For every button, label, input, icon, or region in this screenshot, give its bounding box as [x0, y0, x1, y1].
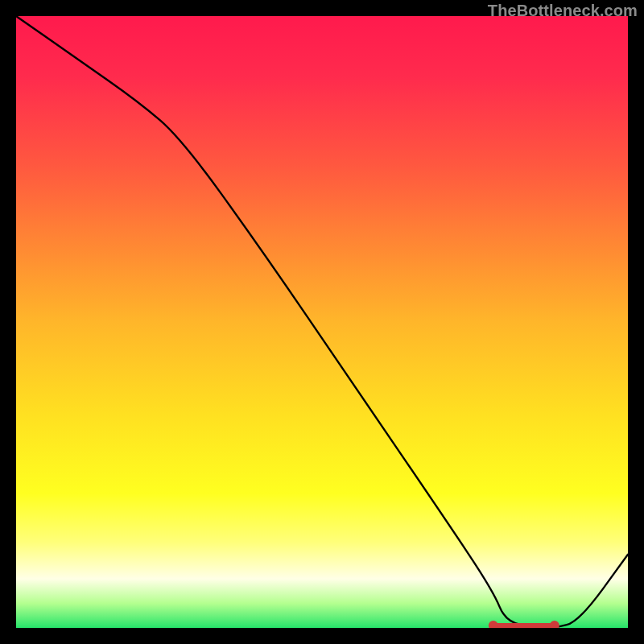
svg-point-1	[489, 621, 498, 628]
optimal-range-markers	[16, 16, 628, 628]
svg-point-2	[550, 621, 559, 628]
plot-area	[16, 16, 628, 628]
chart-stage: TheBottleneck.com	[0, 0, 644, 644]
watermark-text: TheBottleneck.com	[488, 2, 638, 20]
